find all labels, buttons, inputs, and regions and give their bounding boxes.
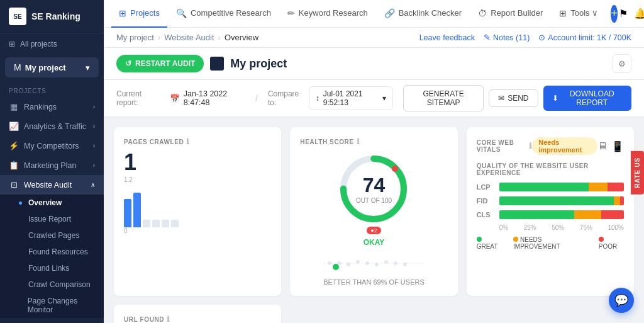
chevron-icon: › [93, 142, 95, 149]
notifications-bell[interactable]: 🔔 [634, 8, 644, 20]
sidebar-item-backlink[interactable]: 🔗 Backlink Monitor › [0, 318, 104, 323]
sidebar-sub-page-changes[interactable]: Page Changes Monitor [0, 293, 104, 318]
bar-2 [133, 193, 141, 227]
audit-icon: ⊡ [9, 180, 19, 190]
gear-icon: ⚙ [618, 59, 626, 69]
generate-sitemap-button[interactable]: GENERATE SITEMAP [403, 85, 484, 111]
sidebar-sub-overview[interactable]: Overview [0, 195, 104, 211]
restart-audit-button[interactable]: ↺ RESTART AUDIT [116, 55, 204, 72]
competitive-tab-icon: 🔍 [176, 8, 187, 18]
great-dot [477, 237, 482, 242]
tab-projects[interactable]: ⊞ Projects [111, 0, 167, 28]
download-report-button[interactable]: ⬇ DOWNLOAD REPORT [543, 86, 631, 111]
okay-label: OKAY [364, 238, 385, 247]
sidebar-item-website-audit[interactable]: ⊡ Website Audit ∧ [0, 175, 104, 195]
cls-yellow [574, 210, 602, 219]
audit-submenu: Overview Issue Report Crawled Pages Foun… [0, 195, 104, 318]
bar-3 [143, 220, 150, 227]
tab-competitive[interactable]: 🔍 Competitive Research [169, 0, 279, 28]
settings-button[interactable]: ⚙ [613, 54, 631, 73]
pages-crawled-value: 1 [124, 151, 271, 174]
dashboard-content: PAGES CRAWLED ℹ 1 1.2 0 [104, 117, 644, 323]
page-header-left: ↺ RESTART AUDIT My project [116, 55, 287, 72]
pages-crawled-card: PAGES CRAWLED ℹ 1 1.2 0 [114, 127, 281, 296]
sidebar-item-analytics[interactable]: 📈 Analytics & Traffic › [0, 116, 104, 136]
chevron-icon: › [93, 123, 95, 130]
flag-icon[interactable]: ⚑ [619, 8, 628, 20]
backlink-tab-icon: 🔗 [384, 8, 395, 18]
svg-point-6 [347, 263, 350, 266]
rate-us-tab[interactable]: RATE US [631, 151, 644, 195]
active-dot [19, 201, 22, 205]
legend-needs-improvement: NEEDS IMPROVEMENT [513, 236, 590, 250]
mobile-icon[interactable]: 📱 [611, 140, 624, 152]
compare-section: Compare to: ↕ Jul-01 2021 9:52:13 ▾ [268, 86, 393, 110]
compare-date-select[interactable]: ↕ Jul-01 2021 9:52:13 ▾ [309, 86, 393, 110]
sidebar-sub-found-links[interactable]: Found Links [0, 260, 104, 276]
svg-point-12 [403, 263, 407, 266]
device-icons: 🖥 📱 [597, 140, 624, 152]
all-projects-link[interactable]: ⊞ All projects [0, 33, 104, 55]
sidebar-sub-issue-report[interactable]: Issue Report [0, 211, 104, 227]
bar-5 [162, 220, 169, 227]
lcp-bar-row: LCP [477, 183, 624, 191]
better-than-label: BETTER THAN 69% OF USERS [323, 278, 425, 286]
fid-green [499, 196, 614, 205]
page-header: ↺ RESTART AUDIT My project ⚙ [104, 48, 644, 80]
sidebar-item-marketing[interactable]: 📋 Marketing Plan › [0, 156, 104, 175]
breadcrumb-project[interactable]: My project [116, 33, 154, 42]
info-icon: ℹ [186, 137, 190, 146]
pages-crawled-title: PAGES CRAWLED ℹ [124, 137, 271, 146]
error-dot-count: ●2 [367, 227, 380, 234]
add-tab-button[interactable]: + [611, 5, 618, 23]
tab-keyword[interactable]: ✏ Keyword Research [280, 0, 375, 28]
projects-tab-icon: ⊞ [119, 8, 126, 18]
bar-1 [124, 199, 131, 227]
notes-link[interactable]: ✎ Notes (11) [484, 33, 530, 42]
svg-point-10 [384, 260, 388, 264]
fid-bar [499, 196, 624, 205]
health-score-title: HEALTH SCORE ℹ [300, 137, 447, 146]
needs-improvement-badge: Needs improvement [532, 137, 597, 155]
app-name: SE Ranking [31, 11, 80, 21]
send-button[interactable]: ✉ SEND [489, 89, 538, 107]
chevron-icon: › [93, 103, 95, 110]
account-limit-info: ⊙ Account limit: 1K / 700K [538, 33, 631, 42]
sidebar-sub-crawled-pages[interactable]: Crawled Pages [0, 227, 104, 244]
svg-point-11 [394, 261, 397, 265]
chat-fab-button[interactable]: 💬 [609, 288, 634, 313]
breadcrumb-sep2: › [218, 33, 221, 42]
sidebar-sub-crawl-comparison[interactable]: Crawl Comparison [0, 276, 104, 293]
lcp-yellow [589, 183, 608, 191]
svg-point-4 [328, 261, 331, 265]
breadcrumb-current: Overview [225, 33, 258, 42]
x-axis-labels: 0% 25% 50% 75% 100% [477, 224, 624, 231]
leave-feedback-link[interactable]: Leave feedback [419, 33, 475, 42]
svg-point-13 [333, 264, 339, 270]
project-favicon [210, 57, 224, 71]
health-donut: 74 OUT OF 100 [336, 151, 411, 227]
cls-label: CLS [477, 211, 494, 218]
svg-point-8 [365, 261, 369, 265]
breadcrumb: My project › Website Audit › Overview [116, 33, 258, 42]
tab-backlink[interactable]: 🔗 Backlink Checker [377, 0, 469, 28]
rate-us-label[interactable]: RATE US [631, 151, 644, 195]
tab-report[interactable]: ⏱ Report Builder [470, 0, 550, 28]
compare-label: Compare to: [268, 89, 304, 107]
info-icon: ⊙ [538, 33, 545, 42]
svg-point-2 [392, 166, 398, 172]
topnav-right-area: ⚑ 🔔 $49,955 AT [619, 5, 644, 23]
tab-tools[interactable]: ⊞ Tools ∨ [552, 0, 606, 28]
desktop-icon[interactable]: 🖥 [597, 140, 608, 152]
sidebar-item-rankings[interactable]: ▦ Rankings › [0, 97, 104, 116]
refresh-icon: ↺ [125, 59, 131, 68]
breadcrumb-sep: › [158, 33, 160, 42]
project-selector[interactable]: M My project ▾ [5, 57, 99, 77]
sidebar-item-competitors[interactable]: ⚡ My Competitors › [0, 136, 104, 156]
breadcrumb-audit[interactable]: Website Audit [164, 33, 214, 42]
sub-navigation: My project › Website Audit › Overview Le… [104, 28, 644, 48]
lcp-green [499, 183, 589, 191]
projects-section-label: PROJECTS [0, 80, 104, 97]
project-icon: M [14, 62, 21, 72]
sidebar-sub-found-resources[interactable]: Found Resources [0, 244, 104, 260]
